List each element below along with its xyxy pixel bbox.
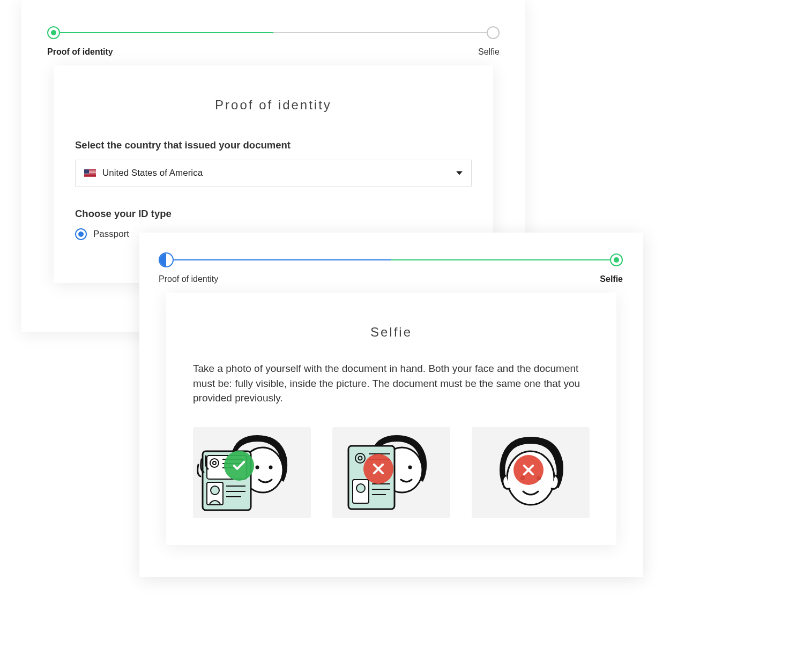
selfie-example-correct	[193, 427, 311, 518]
svg-point-23	[356, 484, 365, 492]
panel-title: Selfie	[193, 325, 590, 340]
progress-stepper: Proof of identity Selfie	[54, 32, 493, 33]
progress-dot-step2[interactable]	[610, 253, 623, 266]
progress-label-step1: Proof of identity	[159, 274, 218, 284]
progress-fill-step1	[173, 259, 391, 260]
selfie-example-incorrect-covered	[332, 427, 450, 518]
svg-point-11	[211, 486, 219, 495]
progress-dot-step1[interactable]	[47, 26, 60, 39]
progress-dot-step2[interactable]	[487, 26, 500, 39]
cross-icon	[363, 454, 393, 484]
progress-stepper: Proof of identity Selfie	[166, 259, 616, 260]
cross-icon	[513, 455, 544, 485]
selfie-example-incorrect-nodoc	[472, 427, 590, 518]
selfie-examples	[193, 427, 590, 518]
check-icon	[224, 451, 254, 481]
country-selected-value: United States of America	[102, 168, 203, 178]
progress-line	[173, 259, 610, 260]
progress-label-step2: Selfie	[600, 274, 623, 284]
selfie-instructions: Take a photo of yourself with the docume…	[193, 361, 590, 406]
us-flag-icon	[84, 169, 96, 177]
selfie-screen: Proof of identity Selfie Selfie Take a p…	[139, 233, 643, 577]
svg-point-1	[256, 465, 259, 469]
selfie-panel: Selfie Take a photo of yourself with the…	[166, 293, 616, 545]
country-select[interactable]: United States of America	[75, 160, 472, 186]
svg-point-2	[269, 465, 273, 469]
chevron-down-icon	[456, 171, 463, 175]
svg-point-16	[408, 465, 412, 469]
progress-fill	[60, 32, 273, 33]
radio-passport-label: Passport	[93, 229, 129, 240]
id-type-label: Choose your ID type	[75, 208, 472, 220]
progress-dot-step1[interactable]	[159, 252, 174, 267]
progress-label-step1: Proof of identity	[47, 47, 113, 57]
progress-fill-step2	[391, 259, 610, 260]
panel-title: Proof of identity	[75, 98, 472, 113]
radio-passport[interactable]	[75, 228, 87, 240]
progress-line	[60, 32, 487, 33]
country-label: Select the country that issued your docu…	[75, 139, 472, 151]
progress-label-step2: Selfie	[478, 47, 500, 57]
